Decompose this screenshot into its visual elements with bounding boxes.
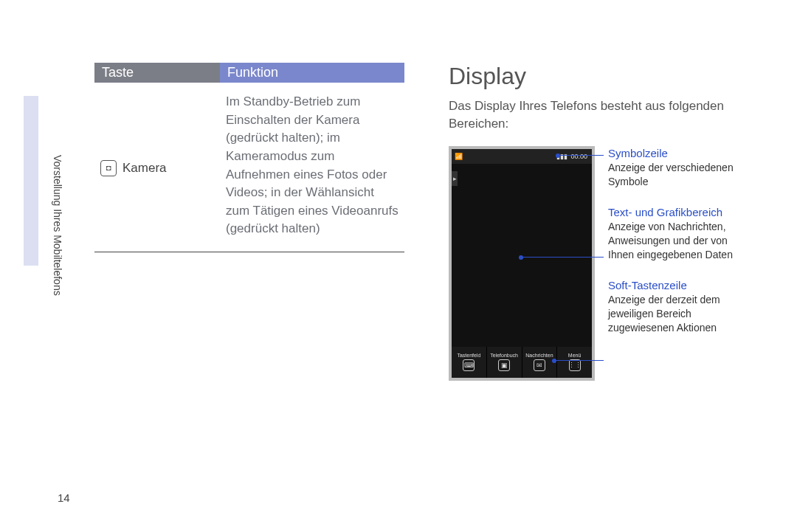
status-bar: 📶 ▮▮▮ 00:00 [452,149,592,164]
section-label-vertical: Vorstellung Ihres Mobiltelefons [52,63,65,502]
keypad-icon: ⌨ [463,359,475,371]
left-column: Taste Funktion ◘ Kamera Im Standby-Betri… [94,63,404,502]
callout-dot-icon [552,359,556,363]
callout-text: Anzeige der derzeit dem jeweiligen Berei… [608,293,745,335]
display-diagram-row: 📶 ▮▮▮ 00:00 ▸ Tastenfeld ⌨ [449,146,745,381]
key-name: Kamera [123,159,167,178]
table-header-key: Taste [94,63,220,83]
callout-title: Symbolzeile [608,146,745,161]
right-column: Display Das Display Ihres Telefons beste… [434,63,745,502]
softkey-label: Telefonbuch [490,353,518,358]
softkey-bar: Tastenfeld ⌨ Telefonbuch ▣ Nachrichten ✉ [452,347,592,378]
softkey-keypad: Tastenfeld ⌨ [452,347,487,378]
callout-text: Anzeige von Nachrichten, Anweisungen und… [608,220,745,262]
softkey-label: Menü [568,353,582,358]
softkey-label: Nachrichten [525,353,553,358]
camera-key-icon: ◘ [100,160,117,176]
menu-icon: ⋮⋮ [569,359,581,371]
messages-icon: ✉ [534,359,545,371]
page-number: 14 [58,491,70,504]
softkey-phonebook: Telefonbuch ▣ [487,347,522,378]
table-row: ◘ Kamera Im Standby-Betrieb zum Einschal… [94,83,404,252]
callouts-column: Symbolzeile Anzeige der verschiedenen Sy… [608,146,745,345]
clock-text: 00:00 [570,153,587,160]
page-content: Vorstellung Ihres Mobiltelefons Taste Fu… [52,63,745,502]
softkey-menu: Menü ⋮⋮ [557,347,592,378]
callout-dot-icon [519,255,523,260]
display-description: Das Display Ihres Telefons besteht aus f… [449,97,745,133]
side-arrow-icon: ▸ [452,171,458,186]
key-function-text: Im Standby-Betrieb zum Einschalten der K… [220,83,404,252]
phonebook-icon: ▣ [498,359,510,371]
callout-symbol-row: Symbolzeile Anzeige der verschiedenen Sy… [608,146,745,189]
phone-mockup: 📶 ▮▮▮ 00:00 ▸ Tastenfeld ⌨ [449,146,595,381]
callout-dot-icon [556,153,560,158]
softkey-label: Tastenfeld [457,353,480,358]
signal-icon: 📶 [455,153,463,160]
callout-title: Soft-Tastenzeile [608,278,745,293]
callout-text: Anzeige der verschiedenen Symbole [608,161,745,189]
side-tab [24,96,38,266]
callout-title: Text- und Grafikbereich [608,205,745,220]
display-heading: Display [449,63,745,90]
keys-table: Taste Funktion ◘ Kamera Im Standby-Betri… [94,63,404,252]
callout-text-area: Text- und Grafikbereich Anzeige von Nach… [608,205,745,262]
table-header-function: Funktion [220,63,404,83]
callout-softkey-row: Soft-Tastenzeile Anzeige der derzeit dem… [608,278,745,335]
